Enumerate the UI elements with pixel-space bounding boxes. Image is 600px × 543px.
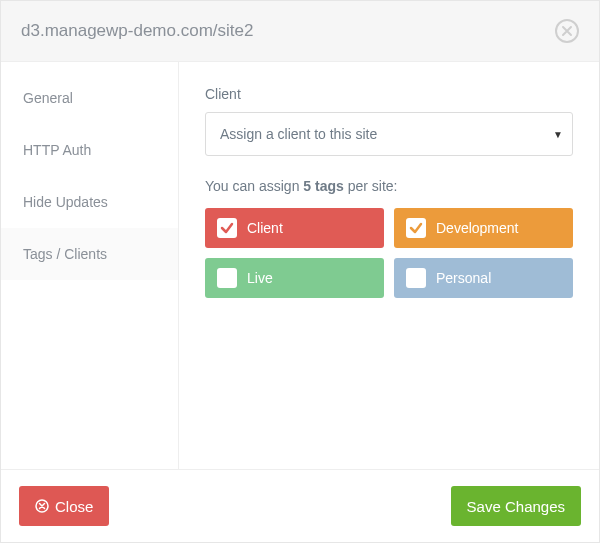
tag-label: Development — [436, 220, 519, 236]
modal-title: d3.managewp-demo.com/site2 — [21, 21, 253, 41]
modal-footer: Close Save Changes — [1, 469, 599, 542]
check-icon — [409, 221, 423, 235]
tag-client[interactable]: Client — [205, 208, 384, 248]
close-icon[interactable] — [555, 19, 579, 43]
tag-label: Client — [247, 220, 283, 236]
main-panel: Client Assign a client to this site ▼ Yo… — [179, 62, 599, 469]
tags-hint-suffix: per site: — [344, 178, 398, 194]
client-select-wrap: Assign a client to this site ▼ — [205, 112, 573, 156]
check-icon — [220, 221, 234, 235]
tag-checkbox[interactable] — [406, 268, 426, 288]
sidebar: General HTTP Auth Hide Updates Tags / Cl… — [1, 62, 179, 469]
tag-personal[interactable]: Personal — [394, 258, 573, 298]
save-button-label: Save Changes — [467, 498, 565, 515]
save-changes-button[interactable]: Save Changes — [451, 486, 581, 526]
sidebar-item-hide-updates[interactable]: Hide Updates — [1, 176, 178, 228]
close-button-label: Close — [55, 498, 93, 515]
sidebar-item-label: Tags / Clients — [23, 246, 107, 262]
modal-body: General HTTP Auth Hide Updates Tags / Cl… — [1, 62, 599, 469]
tag-label: Live — [247, 270, 273, 286]
tags-hint-bold: 5 tags — [303, 178, 343, 194]
tag-checkbox[interactable] — [217, 268, 237, 288]
close-button[interactable]: Close — [19, 486, 109, 526]
tag-live[interactable]: Live — [205, 258, 384, 298]
sidebar-item-label: HTTP Auth — [23, 142, 91, 158]
sidebar-item-http-auth[interactable]: HTTP Auth — [1, 124, 178, 176]
client-label: Client — [205, 86, 573, 102]
tags-hint: You can assign 5 tags per site: — [205, 178, 573, 194]
sidebar-item-label: General — [23, 90, 73, 106]
site-settings-modal: d3.managewp-demo.com/site2 General HTTP … — [0, 0, 600, 543]
sidebar-item-tags-clients[interactable]: Tags / Clients — [1, 228, 178, 280]
modal-header: d3.managewp-demo.com/site2 — [1, 1, 599, 62]
sidebar-item-general[interactable]: General — [1, 72, 178, 124]
close-circle-icon — [35, 499, 49, 513]
tag-development[interactable]: Development — [394, 208, 573, 248]
tag-label: Personal — [436, 270, 491, 286]
tags-grid: Client Development Live Personal — [205, 208, 573, 298]
tag-checkbox[interactable] — [406, 218, 426, 238]
tags-hint-prefix: You can assign — [205, 178, 303, 194]
sidebar-item-label: Hide Updates — [23, 194, 108, 210]
client-select[interactable]: Assign a client to this site — [205, 112, 573, 156]
tag-checkbox[interactable] — [217, 218, 237, 238]
